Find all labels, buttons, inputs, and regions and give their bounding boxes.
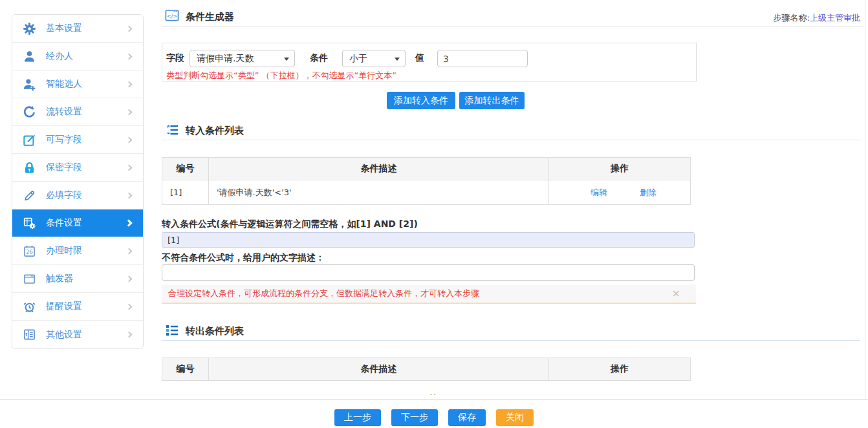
notice-bar: 合理设定转入条件，可形成流程的条件分支，但数据满足转入条件，才可转入本步骤 × [162,284,696,304]
sidebar-item-label: 保密字段 [46,162,127,173]
sidebar-item-label: 办理时限 [46,245,127,257]
sidebar-item-label: 必填字段 [46,189,127,201]
mismatch-description-input[interactable] [162,264,695,281]
row-number: [1] [162,180,209,205]
mismatch-label: 不符合条件公式时，给用户的文字描述： [162,252,325,264]
step-name-label: 步骤名称: [774,13,810,23]
save-button[interactable]: 保存 [448,409,486,426]
sidebar-item-time-limit[interactable]: 26 办理时限 [12,237,143,265]
column-header-desc: 条件描述 [209,158,549,180]
type-hint-text: 类型判断勾选显示“类型” （下拉框），不勾选显示“单行文本” [166,70,396,81]
add-out-condition-button[interactable]: 添加转出条件 [459,92,525,109]
chevron-right-icon [126,81,133,87]
chevron-right-icon [125,219,132,226]
sidebar-item-smart-select[interactable]: 智能选人 [12,70,143,98]
sidebar-item-other-settings[interactable]: 其他设置 [12,321,143,348]
chevron-right-icon [126,275,133,282]
edit-link[interactable]: 编辑 [591,187,607,198]
refresh-icon [22,105,36,119]
window-icon [22,272,36,286]
page-title: 条件生成器 [186,11,234,23]
row-condition-desc: '请假申请.天数'<'3' [209,180,549,205]
calendar-icon: 26 [22,244,36,258]
person-icon [22,49,36,63]
sidebar-item-label: 智能选人 [46,78,127,90]
notice-text: 合理设定转入条件，可形成流程的条件分支，但数据满足转入条件，才可转入本步骤 [168,288,672,299]
sidebar-item-required-fields[interactable]: 必填字段 [12,182,143,209]
close-button[interactable]: 关闭 [496,409,534,426]
chevron-right-icon [126,25,133,32]
form-list-icon [22,328,36,342]
pencil-icon [22,188,36,202]
sidebar-item-label: 其他设置 [46,329,127,341]
step-name: 步骤名称:上级主管审批 [774,12,860,24]
footer-divider [0,399,868,400]
svg-text:26: 26 [26,248,33,255]
chevron-right-icon [126,164,133,171]
field-label: 字段 [166,52,184,64]
clipped-content: .. [430,390,438,396]
chevron-right-icon [126,109,133,115]
transfer-out-table: 编号 条件描述 操作 [162,358,691,381]
chevron-right-icon [126,303,133,310]
transfer-in-list-icon [165,123,179,137]
sidebar-item-label: 条件设置 [46,217,126,229]
add-in-condition-button[interactable]: 添加转入条件 [387,92,455,109]
section-divider [162,340,860,341]
edit-square-icon [22,133,36,147]
sidebar-item-label: 经办人 [46,50,127,62]
transfer-out-list-title: 转出条件列表 [186,325,244,337]
column-header-no: 编号 [162,158,209,180]
sidebar-item-condition-settings[interactable]: 条件设置 [12,209,143,237]
sidebar-item-label: 基本设置 [46,23,127,34]
close-icon[interactable]: × [672,288,680,299]
section-divider [162,140,860,140]
sidebar-item-basic-settings[interactable]: 基本设置 [12,15,143,43]
select-caret-icon [395,58,400,61]
formula-label: 转入条件公式(条件与逻辑运算符之间需空格，如[1] AND [2]) [162,219,418,230]
condition-builder-box: 字段 请假申请.天数 条件 小于 值 类型判断勾选显示“类型” （下拉框），不勾… [162,43,697,81]
sidebar-item-reminder-settings[interactable]: 提醒设置 [12,293,143,321]
next-step-button[interactable]: 下一步 [391,409,438,426]
condition-label: 条件 [310,52,328,64]
column-header-no: 编号 [162,358,209,381]
value-label: 值 [415,52,424,64]
field-select-value: 请假申请.天数 [197,53,254,65]
column-header-actions: 操作 [549,358,691,381]
sidebar-item-label: 流转设置 [46,106,127,118]
table-row: [1] '请假申请.天数'<'3' 编辑 删除 [162,180,691,205]
condition-select-value: 小于 [349,53,367,65]
sidebar-item-label: 可写字段 [46,134,127,145]
alarm-clock-icon [22,299,36,314]
workflow-step-config-page: { "colors": { "accent_blue": "#1787e8", … [0,0,868,428]
row-actions: 编辑 删除 [549,180,691,205]
settings-sidebar: 基本设置 经办人 智能选人 流转设置 [12,14,144,349]
code-window-icon: </> [165,8,179,23]
svg-text:</>: </> [167,14,177,19]
value-input[interactable] [437,50,528,67]
sidebar-item-handler[interactable]: 经办人 [12,43,143,70]
chevron-right-icon [126,248,133,254]
sidebar-item-trigger[interactable]: 触发器 [12,265,143,293]
lock-icon [22,160,36,175]
delete-link[interactable]: 删除 [640,187,656,198]
page-right-edge [865,0,865,399]
field-select[interactable]: 请假申请.天数 [190,50,295,67]
prev-step-button[interactable]: 上一步 [334,409,381,426]
footer-button-bar: 上一步 下一步 保存 关闭 [0,409,868,426]
column-header-desc: 条件描述 [209,358,549,381]
sidebar-item-flow-settings[interactable]: 流转设置 [12,98,143,126]
header-divider [162,26,863,27]
condition-gear-icon [22,216,36,230]
step-name-link[interactable]: 上级主管审批 [810,13,860,23]
sidebar-item-writable-fields[interactable]: 可写字段 [12,126,143,154]
main-content: </> 条件生成器 步骤名称:上级主管审批 字段 请假申请.天数 条件 小于 值… [162,0,863,399]
sidebar-item-secret-fields[interactable]: 保密字段 [12,154,143,182]
chevron-right-icon [126,332,133,338]
sidebar-item-label: 提醒设置 [46,301,127,312]
formula-input[interactable] [162,232,695,248]
person-plus-icon [22,77,36,91]
condition-select[interactable]: 小于 [342,50,406,67]
transfer-out-list-icon [165,323,179,337]
sidebar-item-label: 触发器 [46,273,127,284]
